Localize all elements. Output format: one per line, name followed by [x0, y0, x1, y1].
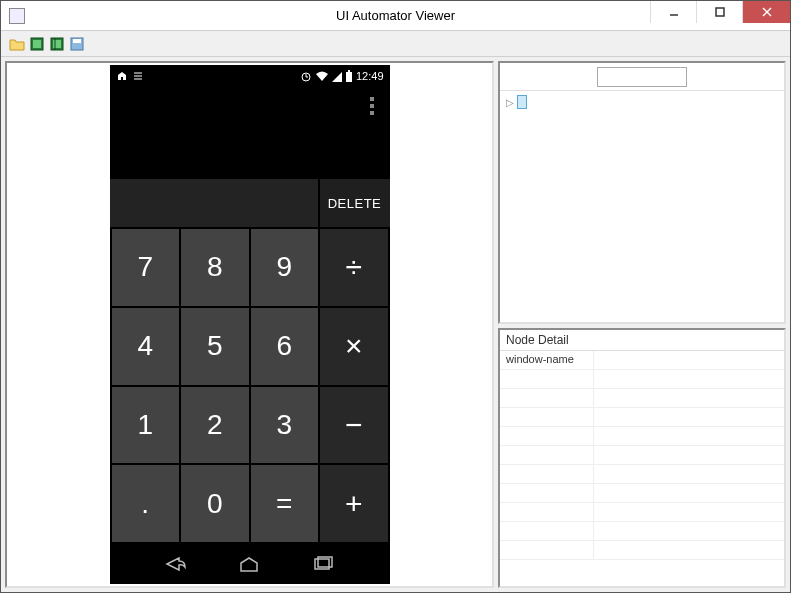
hierarchy-tree-panel: ▷	[498, 61, 786, 324]
status-time: 12:49	[356, 70, 384, 82]
detail-row[interactable]	[500, 408, 784, 427]
svg-rect-1	[716, 8, 724, 16]
back-nav-icon[interactable]	[163, 555, 189, 573]
alarm-icon	[300, 70, 312, 82]
node-detail-title: Node Detail	[500, 330, 784, 351]
minimize-button[interactable]	[650, 1, 696, 23]
window-titlebar: UI Automator Viewer	[1, 1, 790, 31]
signal-icon	[332, 70, 342, 82]
detail-key	[500, 484, 594, 502]
key-.[interactable]: .	[112, 465, 180, 542]
key-4[interactable]: 4	[112, 308, 180, 385]
detail-value	[594, 541, 784, 559]
key-6[interactable]: 6	[251, 308, 319, 385]
node-icon	[517, 95, 527, 109]
app-icon	[9, 8, 25, 24]
detail-value	[594, 503, 784, 521]
calculator-display[interactable]	[110, 179, 318, 227]
detail-row[interactable]	[500, 522, 784, 541]
window-title: UI Automator Viewer	[336, 8, 455, 23]
key-3[interactable]: 3	[251, 387, 319, 464]
key-5[interactable]: 5	[181, 308, 249, 385]
key-=[interactable]: =	[251, 465, 319, 542]
detail-key	[500, 408, 594, 426]
detail-key	[500, 541, 594, 559]
menu-lines-icon	[132, 70, 144, 82]
detail-value	[594, 465, 784, 483]
svg-rect-10	[73, 39, 81, 43]
detail-key	[500, 465, 594, 483]
detail-key	[500, 446, 594, 464]
overflow-menu-icon[interactable]	[364, 97, 380, 115]
save-icon[interactable]	[69, 36, 85, 52]
detail-value	[594, 408, 784, 426]
key-9[interactable]: 9	[251, 229, 319, 306]
delete-button[interactable]: DELETE	[318, 179, 390, 227]
detail-key	[500, 503, 594, 521]
detail-key	[500, 522, 594, 540]
android-status-bar: 12:49	[110, 65, 390, 87]
detail-row[interactable]	[500, 446, 784, 465]
expand-arrow-icon[interactable]: ▷	[506, 97, 514, 108]
svg-rect-18	[348, 70, 350, 72]
detail-row[interactable]: window-name	[500, 351, 784, 370]
key-2[interactable]: 2	[181, 387, 249, 464]
calculator-keypad: 789÷456×123−.0=+	[110, 227, 390, 544]
maximize-button[interactable]	[696, 1, 742, 23]
open-folder-icon[interactable]	[9, 36, 25, 52]
detail-value	[594, 389, 784, 407]
svg-rect-5	[33, 40, 41, 48]
detail-row[interactable]	[500, 465, 784, 484]
svg-rect-17	[346, 72, 352, 82]
key-1[interactable]: 1	[112, 387, 180, 464]
detail-key	[500, 370, 594, 388]
tree-root-node[interactable]: ▷	[506, 95, 778, 109]
detail-row[interactable]	[500, 484, 784, 503]
detail-value	[594, 446, 784, 464]
wifi-icon	[315, 70, 329, 82]
android-nav-bar	[110, 544, 390, 584]
key-0[interactable]: 0	[181, 465, 249, 542]
detail-row[interactable]	[500, 370, 784, 389]
close-button[interactable]	[742, 1, 790, 23]
key-×[interactable]: ×	[320, 308, 388, 385]
detail-row[interactable]	[500, 541, 784, 560]
svg-rect-7	[53, 40, 61, 48]
detail-value	[594, 484, 784, 502]
detail-value	[594, 427, 784, 445]
screenshot-panel: 12:49 DELETE 789÷456×123−.0=+	[5, 61, 494, 588]
tree-search-input[interactable]	[597, 67, 687, 87]
tree-search-area	[500, 63, 784, 91]
key-÷[interactable]: ÷	[320, 229, 388, 306]
detail-row[interactable]	[500, 503, 784, 522]
calculator-appbar	[110, 87, 390, 179]
home-icon	[116, 70, 128, 82]
device-dump-compressed-icon[interactable]	[49, 36, 65, 52]
toolbar	[1, 31, 790, 57]
detail-key	[500, 389, 594, 407]
node-detail-panel: Node Detail window-name	[498, 328, 786, 588]
detail-value	[594, 522, 784, 540]
detail-row[interactable]	[500, 389, 784, 408]
device-screenshot[interactable]: 12:49 DELETE 789÷456×123−.0=+	[110, 65, 390, 584]
detail-key: window-name	[500, 351, 594, 369]
key-−[interactable]: −	[320, 387, 388, 464]
key-8[interactable]: 8	[181, 229, 249, 306]
detail-value	[594, 351, 784, 369]
node-detail-table: window-name	[500, 351, 784, 586]
key-+[interactable]: +	[320, 465, 388, 542]
battery-icon	[345, 70, 353, 82]
home-nav-icon[interactable]	[236, 555, 262, 573]
recents-nav-icon[interactable]	[310, 555, 336, 573]
detail-key	[500, 427, 594, 445]
detail-row[interactable]	[500, 427, 784, 446]
key-7[interactable]: 7	[112, 229, 180, 306]
device-dump-icon[interactable]	[29, 36, 45, 52]
detail-value	[594, 370, 784, 388]
